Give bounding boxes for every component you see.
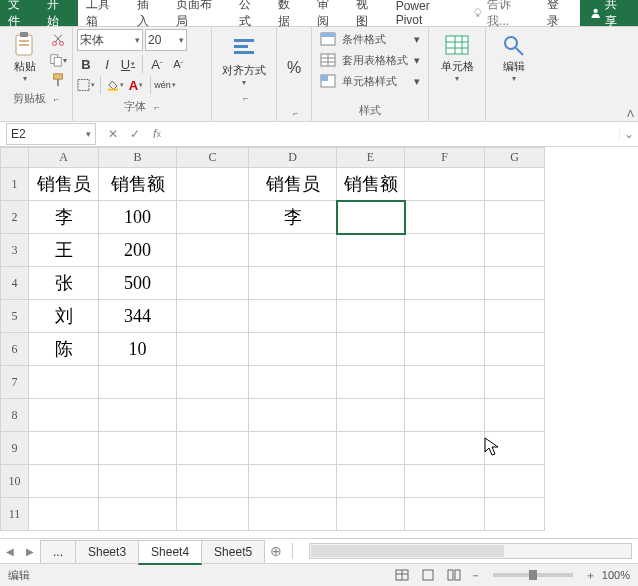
font-size-dropdown[interactable]: 20▾ (145, 29, 187, 51)
cell-E7[interactable] (337, 366, 405, 399)
normal-view-button[interactable] (392, 567, 412, 583)
cell-B2[interactable]: 100 (99, 201, 177, 234)
decrease-font-button[interactable]: Aˇ (169, 55, 187, 73)
cell-F6[interactable] (405, 333, 485, 366)
tab-insert[interactable]: 插入 (129, 0, 168, 26)
cell-E10[interactable] (337, 465, 405, 498)
cell-A4[interactable]: 张 (29, 267, 99, 300)
copy-button[interactable]: ▾ (48, 51, 68, 69)
cell-C1[interactable] (177, 168, 249, 201)
cell-E8[interactable] (337, 399, 405, 432)
cell-E11[interactable] (337, 498, 405, 531)
cell-F9[interactable] (405, 432, 485, 465)
tab-file[interactable]: 文件 (0, 0, 39, 26)
row-header-6[interactable]: 6 (1, 333, 29, 366)
cell-G8[interactable] (485, 399, 545, 432)
cell-G6[interactable] (485, 333, 545, 366)
cell-B1[interactable]: 销售额 (99, 168, 177, 201)
row-header-5[interactable]: 5 (1, 300, 29, 333)
font-dialog-launcher[interactable]: ⌐ (154, 102, 159, 112)
share-button[interactable]: 共享 (580, 0, 638, 26)
cell-D1[interactable]: 销售员 (249, 168, 337, 201)
tab-data[interactable]: 数据 (270, 0, 309, 26)
cell-F1[interactable] (405, 168, 485, 201)
col-header-D[interactable]: D (249, 148, 337, 168)
cell-C11[interactable] (177, 498, 249, 531)
row-header-11[interactable]: 11 (1, 498, 29, 531)
cell-F4[interactable] (405, 267, 485, 300)
cell-B6[interactable]: 10 (99, 333, 177, 366)
cell-G7[interactable] (485, 366, 545, 399)
cell-B10[interactable] (99, 465, 177, 498)
cell-D10[interactable] (249, 465, 337, 498)
phonetic-button[interactable]: wén▾ (156, 76, 174, 94)
tab-review[interactable]: 审阅 (309, 0, 348, 26)
zoom-out-button[interactable]: － (470, 568, 481, 583)
select-all-corner[interactable] (1, 148, 29, 168)
row-header-1[interactable]: 1 (1, 168, 29, 201)
sheet-tab-more[interactable]: ... (40, 540, 76, 563)
cell-G5[interactable] (485, 300, 545, 333)
enter-formula-button[interactable]: ✓ (124, 124, 146, 144)
page-break-view-button[interactable] (444, 567, 464, 583)
cell-B3[interactable]: 200 (99, 234, 177, 267)
cell-G2[interactable] (485, 201, 545, 234)
cell-D9[interactable] (249, 432, 337, 465)
page-layout-view-button[interactable] (418, 567, 438, 583)
cell-D6[interactable] (249, 333, 337, 366)
row-header-7[interactable]: 7 (1, 366, 29, 399)
cell-A9[interactable] (29, 432, 99, 465)
underline-button[interactable]: U▾ (119, 55, 137, 73)
cell-C5[interactable] (177, 300, 249, 333)
conditional-format-button[interactable]: 条件格式▾ (316, 29, 424, 49)
cell-D7[interactable] (249, 366, 337, 399)
cell-D3[interactable] (249, 234, 337, 267)
italic-button[interactable]: I (98, 55, 116, 73)
cell-B5[interactable]: 344 (99, 300, 177, 333)
name-box[interactable]: E2▾ (6, 123, 96, 145)
zoom-slider[interactable] (493, 573, 573, 577)
cell-D4[interactable] (249, 267, 337, 300)
clipboard-dialog-launcher[interactable]: ⌐ (54, 94, 59, 104)
editing-button[interactable]: 编辑 ▾ (490, 29, 538, 87)
alignment-button[interactable]: 对齐方式 ▾ (216, 29, 272, 91)
cell-F11[interactable] (405, 498, 485, 531)
cell-B4[interactable]: 500 (99, 267, 177, 300)
row-header-2[interactable]: 2 (1, 201, 29, 234)
insert-function-button[interactable]: fx (146, 124, 168, 144)
cell-F7[interactable] (405, 366, 485, 399)
cells-button[interactable]: 单元格 ▾ (433, 29, 481, 87)
cell-D5[interactable] (249, 300, 337, 333)
tab-view[interactable]: 视图 (348, 0, 387, 26)
cell-F2[interactable] (405, 201, 485, 234)
percent-button[interactable]: % (285, 59, 303, 77)
cell-B11[interactable] (99, 498, 177, 531)
table-format-button[interactable]: 套用表格格式▾ (316, 50, 424, 70)
tab-formulas[interactable]: 公式 (231, 0, 270, 26)
row-header-3[interactable]: 3 (1, 234, 29, 267)
tab-home[interactable]: 开始 (39, 0, 78, 26)
cell-E1[interactable]: 销售额 (337, 168, 405, 201)
tab-toolbox[interactable]: 工具箱 (78, 0, 129, 26)
cell-A8[interactable] (29, 399, 99, 432)
cell-C10[interactable] (177, 465, 249, 498)
sheet-tab-sheet5[interactable]: Sheet5 (201, 540, 265, 563)
cell-D11[interactable] (249, 498, 337, 531)
horizontal-scrollbar[interactable] (309, 543, 632, 559)
col-header-B[interactable]: B (99, 148, 177, 168)
formula-input[interactable] (168, 124, 619, 144)
font-name-dropdown[interactable]: 宋体▾ (77, 29, 143, 51)
login-button[interactable]: 登录 (537, 0, 580, 26)
cell-A7[interactable] (29, 366, 99, 399)
cell-C9[interactable] (177, 432, 249, 465)
tab-powerpivot[interactable]: Power Pivot (388, 0, 466, 26)
cell-A6[interactable]: 陈 (29, 333, 99, 366)
cell-B9[interactable] (99, 432, 177, 465)
zoom-in-button[interactable]: ＋ (585, 568, 596, 583)
cell-C3[interactable] (177, 234, 249, 267)
cell-B8[interactable] (99, 399, 177, 432)
zoom-level[interactable]: 100% (602, 569, 630, 581)
row-header-9[interactable]: 9 (1, 432, 29, 465)
borders-button[interactable]: ▾ (77, 76, 95, 94)
cell-A1[interactable]: 销售员 (29, 168, 99, 201)
